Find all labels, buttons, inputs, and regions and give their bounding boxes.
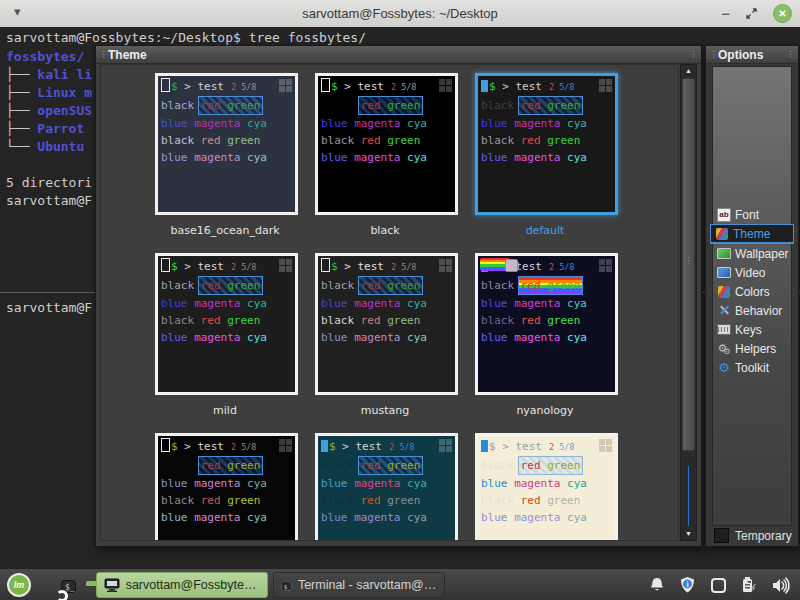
preview-word: blue xyxy=(321,331,348,344)
tree-glyph: ├── xyxy=(6,121,37,136)
preview-word: red xyxy=(521,494,541,507)
selection-highlight: red green xyxy=(518,456,584,475)
tab-badge: 2 xyxy=(231,442,236,452)
tree-branch: ├── openSUS xyxy=(6,102,92,120)
theme-scrollbar[interactable]: ▲ ⋮ ▼ xyxy=(680,64,697,541)
theme-card[interactable]: $ > test25/8black red greenblue magenta … xyxy=(475,433,615,541)
preview-word: black xyxy=(481,494,514,507)
theme-label: default xyxy=(475,224,615,237)
preview-word: black xyxy=(161,494,194,507)
preview-line: black red green xyxy=(481,96,615,115)
tab-pages: 5/8 xyxy=(559,442,574,452)
tab-badge: 2 xyxy=(549,82,554,92)
taskbar-window-label: sarvottam@Fossbytes: ~/... xyxy=(126,578,260,592)
preview-word: red xyxy=(201,134,221,147)
theme-card[interactable]: $ > test25/8black red greenblue magenta … xyxy=(315,433,455,541)
taskbar-window-button[interactable]: $_Terminal - sarvottam@Fos... xyxy=(273,572,445,598)
option-label: Font xyxy=(735,208,759,222)
preview-word: magenta xyxy=(194,117,240,130)
preview-word: magenta xyxy=(514,151,560,164)
taskbar-window-button[interactable]: sarvottam@Fossbytes: ~/... xyxy=(96,572,268,598)
theme-card[interactable]: $ > test25/8black red greenblue magenta … xyxy=(475,253,615,417)
preview-word: magenta xyxy=(354,511,400,524)
preview-word: cya xyxy=(407,117,427,130)
option-keys[interactable]: Keys xyxy=(713,320,791,339)
preview-word: > xyxy=(178,80,198,93)
theme-card[interactable]: $ > test25/8black red greenblue magenta … xyxy=(315,73,455,237)
preview-word: magenta xyxy=(354,117,400,130)
theme-card[interactable]: $ > test25/8black red greenblue magenta … xyxy=(155,433,295,541)
theme-card[interactable]: $ > test25/8black red greenblue magenta … xyxy=(155,253,295,417)
theme-preview: $ > test25/8black red greenblue magenta … xyxy=(155,253,298,395)
terminal-next-prompt: sarvottam@F xyxy=(6,192,92,210)
option-theme[interactable]: Theme xyxy=(710,224,794,244)
theme-card[interactable]: $ > test25/8black red greenblue magenta … xyxy=(155,73,295,237)
option-behavior[interactable]: Behavior xyxy=(713,301,791,320)
window-title: sarvottam@Fossbytes: ~/Desktop xyxy=(0,6,800,21)
notifications-bell-icon[interactable] xyxy=(649,577,665,594)
mint-menu-icon[interactable]: lm xyxy=(7,573,31,597)
taskbar-window-label: Terminal - sarvottam@Fos... xyxy=(298,578,437,592)
maximize-button[interactable] xyxy=(746,8,757,19)
theme-icon xyxy=(715,227,729,241)
preview-line: blue magenta cya xyxy=(481,149,615,166)
system-tray: i xyxy=(649,576,800,594)
window-squares-icon xyxy=(279,439,292,452)
close-icon[interactable]: ✕ xyxy=(773,4,792,23)
preview-word: $ xyxy=(489,80,496,93)
preview-word: test xyxy=(198,440,225,453)
option-wallpaper[interactable]: Wallpaper xyxy=(713,244,791,263)
preview-word: green xyxy=(387,494,420,507)
preview-line: black red green xyxy=(161,492,295,509)
option-colors[interactable]: Colors xyxy=(713,282,791,301)
preview-line: blue magenta cya xyxy=(161,149,295,166)
preview-word: cya xyxy=(407,297,427,310)
theme-preview: $ > test25/8black red greenblue magenta … xyxy=(475,253,618,395)
tab-badge: 2 xyxy=(391,262,396,272)
preview-word: black xyxy=(481,279,514,292)
scroll-down-icon[interactable]: ▼ xyxy=(681,528,696,540)
temporary-option[interactable]: Temporary xyxy=(714,528,792,543)
preview-word: magenta xyxy=(514,331,560,344)
preview-line: black red green xyxy=(161,132,295,149)
minimize-button[interactable]: − xyxy=(721,9,730,19)
battery-icon[interactable] xyxy=(741,576,757,594)
option-label: Toolkit xyxy=(735,361,769,375)
window-squares-icon xyxy=(439,439,452,452)
option-toolkit[interactable]: ⚙Toolkit xyxy=(713,358,791,377)
selection-highlight: red green xyxy=(198,96,264,115)
theme-dialog-titlebar[interactable]: ⋮ Theme ⋮ xyxy=(96,46,701,64)
scrollbar-thumb[interactable]: ⋮ xyxy=(682,78,695,451)
preview-word: red xyxy=(361,494,381,507)
theme-label: base16_ocean_dark xyxy=(155,224,295,237)
option-video[interactable]: Video xyxy=(713,263,791,282)
preview-word: blue xyxy=(161,117,188,130)
option-helpers[interactable]: ⚙⚙Helpers xyxy=(713,339,791,358)
window-titlebar[interactable]: ▾ sarvottam@Fossbytes: ~/Desktop − ✕ xyxy=(0,0,800,28)
volume-icon[interactable] xyxy=(771,577,790,594)
preview-word: green xyxy=(227,459,260,472)
preview-word: blue xyxy=(481,151,508,164)
chevron-down-icon[interactable]: ▾ xyxy=(14,4,21,19)
options-list: abFontThemeWallpaperVideoColorsBehaviorK… xyxy=(713,205,791,377)
preview-word: black xyxy=(481,134,514,147)
preview-word: red xyxy=(201,459,221,472)
clipboard-icon[interactable] xyxy=(710,577,727,594)
theme-card[interactable]: $ > test25/8black red greenblue magenta … xyxy=(475,73,615,237)
theme-card[interactable]: $ > test25/8black red greenblue magenta … xyxy=(315,253,455,417)
preview-word: blue xyxy=(321,117,348,130)
scroll-up-icon[interactable]: ▲ xyxy=(681,65,696,77)
preview-word: blue xyxy=(161,477,188,490)
taskbar: lm$_ sarvottam@Fossbytes: ~/...$_Termina… xyxy=(0,568,800,600)
cursor-block xyxy=(161,258,170,272)
option-font[interactable]: abFont xyxy=(713,205,791,224)
preview-word: green xyxy=(387,99,420,112)
option-label: Theme xyxy=(733,227,770,241)
options-title: Options xyxy=(718,48,763,62)
options-titlebar[interactable]: ⋮ Options ⋮ xyxy=(706,46,798,64)
temporary-checkbox[interactable] xyxy=(714,528,729,543)
grip-icon: ⋮ xyxy=(786,47,795,62)
tab-badge: 2 xyxy=(231,262,236,272)
updates-shield-icon[interactable]: i xyxy=(679,576,696,594)
preview-word: blue xyxy=(161,297,188,310)
